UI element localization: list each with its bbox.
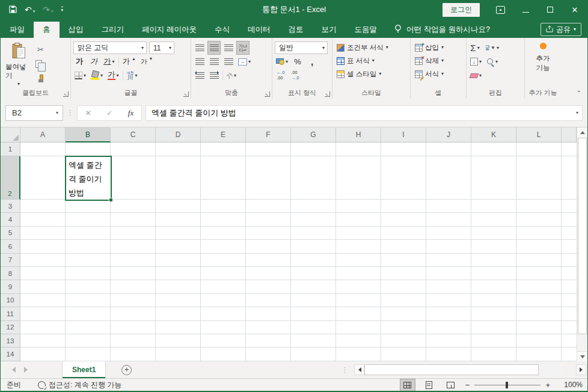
underline-button[interactable]: 가▾ bbox=[102, 55, 116, 68]
bottom-align-button[interactable] bbox=[222, 41, 234, 54]
column-header-partial[interactable] bbox=[562, 127, 577, 142]
name-box[interactable]: B2 ▾ bbox=[5, 105, 63, 121]
copy-button[interactable]: ▾ bbox=[34, 58, 47, 70]
fill-color-button[interactable]: ▾ bbox=[90, 69, 104, 82]
expand-formula-bar-button[interactable]: ▾ bbox=[576, 111, 578, 115]
undo-button[interactable]: ↶▾ bbox=[25, 5, 35, 14]
select-all-corner[interactable] bbox=[1, 127, 20, 142]
clear-button[interactable]: ▾ bbox=[469, 69, 483, 82]
accessibility-checker[interactable]: 접근성: 계속 진행 가능 bbox=[38, 380, 121, 390]
row-header-2[interactable]: 2 bbox=[1, 156, 20, 200]
row-header-12[interactable]: 12 bbox=[1, 321, 20, 334]
alignment-dialog-launcher[interactable] bbox=[265, 91, 270, 97]
align-left-button[interactable] bbox=[194, 55, 206, 68]
prev-sheet-arrow[interactable] bbox=[9, 367, 16, 373]
row-header-3[interactable]: 3 bbox=[1, 200, 20, 213]
zoom-in-button[interactable]: + bbox=[545, 381, 550, 390]
vertical-scroll-thumb[interactable] bbox=[578, 138, 587, 334]
collapse-ribbon-button[interactable]: ⌃ bbox=[577, 90, 581, 96]
tab-file[interactable]: 파일 bbox=[1, 22, 34, 38]
borders-button[interactable]: ▾ bbox=[73, 69, 87, 82]
column-header-g[interactable]: G bbox=[291, 127, 336, 142]
page-layout-view-button[interactable] bbox=[422, 379, 436, 391]
row-header-7[interactable]: 7 bbox=[1, 254, 20, 267]
column-header-l[interactable]: L bbox=[516, 127, 562, 142]
tab-view[interactable]: 보기 bbox=[312, 22, 345, 38]
tab-home[interactable]: 홈 bbox=[34, 22, 60, 38]
increase-font-button[interactable]: 가▲ bbox=[121, 55, 137, 68]
row-header-4[interactable]: 4 bbox=[1, 213, 20, 226]
merge-center-button[interactable]: ↔▾ bbox=[237, 55, 252, 68]
insert-cells-button[interactable]: + 삽입▾ bbox=[413, 41, 464, 54]
find-select-button[interactable]: ▾ bbox=[485, 55, 499, 68]
cut-button[interactable]: ✂ bbox=[34, 43, 47, 56]
customize-qat-button[interactable]: ▾ bbox=[61, 7, 64, 13]
align-right-button[interactable] bbox=[222, 55, 234, 68]
scroll-right-arrow[interactable] bbox=[576, 364, 586, 375]
confirm-entry-button[interactable]: ✓ bbox=[106, 109, 112, 117]
number-dialog-launcher[interactable] bbox=[325, 91, 330, 97]
column-header-a[interactable]: A bbox=[20, 127, 66, 142]
close-button[interactable]: ✕ bbox=[571, 6, 579, 14]
cell-grid[interactable]: 엑셀 줄간 격 줄이기 방법 bbox=[20, 142, 577, 361]
row-header-13[interactable]: 13 bbox=[1, 334, 20, 348]
clipboard-dialog-launcher[interactable] bbox=[63, 91, 69, 97]
increase-indent-button[interactable] bbox=[208, 69, 220, 82]
row-header-5[interactable]: 5 bbox=[1, 227, 20, 240]
decrease-decimal-button[interactable]: .00→.0 bbox=[289, 69, 301, 82]
column-header-f[interactable]: F bbox=[246, 127, 291, 142]
maximize-button[interactable] bbox=[546, 6, 554, 14]
orientation-button[interactable]: 가▾ bbox=[225, 69, 237, 82]
font-dialog-launcher[interactable] bbox=[183, 91, 189, 97]
redo-button[interactable]: ↷▾ bbox=[43, 5, 53, 14]
row-header-10[interactable]: 10 bbox=[1, 294, 20, 307]
cell-styles-button[interactable]: 셀 스타일▾ bbox=[335, 67, 408, 81]
next-sheet-arrow[interactable] bbox=[24, 367, 31, 373]
new-sheet-button[interactable]: + bbox=[121, 365, 132, 375]
format-painter-button[interactable] bbox=[34, 72, 47, 85]
font-color-button[interactable]: 가▾ bbox=[106, 69, 120, 82]
decrease-indent-button[interactable] bbox=[194, 69, 206, 82]
align-center-button[interactable] bbox=[208, 55, 220, 68]
normal-view-button[interactable] bbox=[400, 379, 415, 391]
italic-button[interactable]: 가 bbox=[88, 55, 100, 68]
tab-page-layout[interactable]: 페이지 레이아웃 bbox=[133, 22, 206, 38]
login-button[interactable]: 로그인 bbox=[443, 3, 480, 17]
tab-help[interactable]: 도움말 bbox=[345, 22, 386, 38]
accounting-format-button[interactable]: ▾ bbox=[275, 55, 289, 68]
top-align-button[interactable] bbox=[194, 41, 206, 54]
format-cells-button[interactable]: 서식▾ bbox=[413, 67, 464, 81]
zoom-slider-thumb[interactable] bbox=[506, 382, 508, 388]
name-box-dropdown[interactable]: ▾ bbox=[52, 111, 63, 115]
sort-filter-button[interactable]: 긓▼ ▾ bbox=[483, 41, 500, 54]
scroll-up-arrow[interactable] bbox=[577, 127, 587, 138]
comma-style-button[interactable]: , bbox=[306, 55, 318, 68]
column-header-j[interactable]: J bbox=[426, 127, 471, 142]
scroll-left-arrow[interactable] bbox=[354, 364, 364, 375]
active-cell-b2[interactable]: 엑셀 줄간 격 줄이기 방법 bbox=[65, 156, 112, 201]
row-header-1[interactable]: 1 bbox=[1, 142, 20, 156]
sheet-tab-sheet1[interactable]: Sheet1 bbox=[62, 361, 106, 378]
decrease-font-button[interactable]: 가▼ bbox=[139, 55, 154, 68]
tab-insert[interactable]: 삽입 bbox=[60, 22, 93, 38]
bold-button[interactable]: 가 bbox=[73, 55, 85, 68]
tab-review[interactable]: 검토 bbox=[279, 22, 312, 38]
ribbon-display-options-icon[interactable]: ▴ bbox=[496, 6, 505, 14]
number-format-combo[interactable]: 일반▾ bbox=[275, 41, 328, 54]
row-header-6[interactable]: 6 bbox=[1, 240, 20, 253]
paste-dropdown[interactable]: ▾ bbox=[17, 82, 20, 87]
row-header-11[interactable]: 11 bbox=[1, 307, 20, 320]
cancel-entry-button[interactable]: ✕ bbox=[85, 109, 91, 117]
column-header-h[interactable]: H bbox=[336, 127, 381, 142]
horizontal-scroll-thumb[interactable] bbox=[364, 364, 539, 375]
scroll-down-arrow[interactable] bbox=[577, 351, 587, 361]
zoom-out-button[interactable]: − bbox=[465, 381, 470, 390]
addins-button[interactable]: 추가 기능 bbox=[533, 54, 553, 73]
increase-decimal-button[interactable]: ←.0.00 bbox=[275, 69, 287, 82]
font-family-combo[interactable]: 맑은 고딕▾ bbox=[73, 41, 147, 54]
zoom-level[interactable]: 100% bbox=[557, 381, 583, 389]
zoom-slider[interactable] bbox=[474, 385, 541, 385]
minimize-button[interactable] bbox=[521, 6, 530, 14]
addin-dot-icon[interactable] bbox=[540, 43, 547, 49]
share-button[interactable]: 공유 ▾ bbox=[541, 23, 581, 36]
